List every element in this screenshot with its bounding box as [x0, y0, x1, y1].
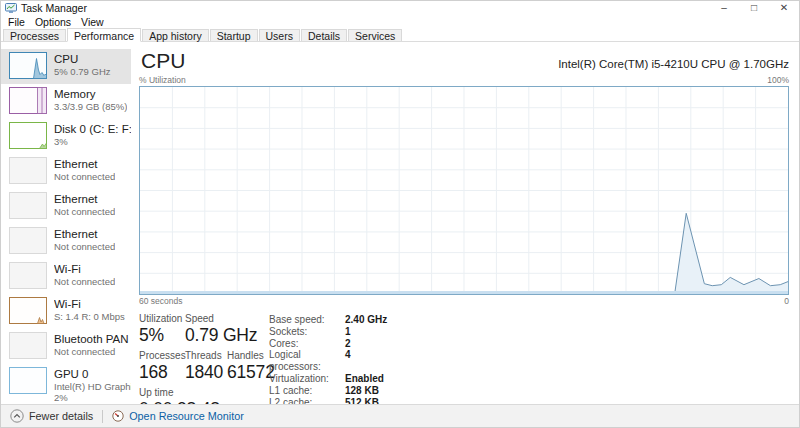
sidebar-item-title: Ethernet	[54, 158, 115, 171]
window-controls: – □ ✕	[709, 1, 799, 15]
y-axis-label: % Utilization	[139, 75, 186, 85]
x-axis-right-label: 0	[784, 296, 789, 306]
stat-label-handles: Handles	[227, 350, 264, 361]
sidebar-item-text: CPU5% 0.79 GHz	[54, 52, 111, 77]
sidebar-item-subtitle: Intel(R) HD Graphics Family	[54, 381, 131, 392]
sidebar: CPU5% 0.79 GHzMemory3.3/3.9 GB (85%)Disk…	[1, 42, 131, 404]
sidebar-item-text: Wi-FiS: 1.4 R: 0 Mbps	[54, 297, 125, 322]
chart-top-axis: % Utilization 100%	[139, 75, 789, 85]
detail-row: Base speed:2.40 GHz	[269, 314, 387, 326]
statusbar-separator	[102, 410, 103, 423]
sidebar-item-text: Bluetooth PANNot connected	[54, 332, 129, 357]
menu-file[interactable]: File	[3, 16, 30, 28]
fewer-details-button[interactable]: Fewer details	[10, 409, 93, 423]
memory-thumbnail-icon	[9, 87, 47, 114]
sidebar-item-subtitle: Not connected	[54, 241, 115, 252]
sidebar-item-text: EthernetNot connected	[54, 192, 115, 217]
sidebar-item-title: CPU	[54, 53, 111, 66]
sidebar-item-text: GPU 0Intel(R) HD Graphics Family2%	[54, 367, 131, 403]
detail-value-logical-processors: 4	[345, 349, 351, 373]
content-area: CPU5% 0.79 GHzMemory3.3/3.9 GB (85%)Disk…	[1, 42, 799, 404]
sidebar-item-wifi-2[interactable]: Wi-FiS: 1.4 R: 0 Mbps	[1, 294, 131, 329]
tab-users[interactable]: Users	[259, 29, 300, 41]
sidebar-item-ethernet-1[interactable]: EthernetNot connected	[1, 154, 131, 189]
page-title: CPU	[141, 49, 185, 72]
sidebar-item-ethernet-2[interactable]: EthernetNot connected	[1, 189, 131, 224]
sidebar-item-ethernet-3[interactable]: EthernetNot connected	[1, 224, 131, 259]
tab-details[interactable]: Details	[301, 29, 347, 41]
open-resource-monitor-link[interactable]: Open Resource Monitor	[112, 410, 244, 422]
close-button[interactable]: ✕	[769, 1, 799, 15]
sidebar-item-text: EthernetNot connected	[54, 227, 115, 252]
menu-view[interactable]: View	[76, 16, 109, 28]
tab-app-history[interactable]: App history	[142, 29, 209, 41]
x-axis-left-label: 60 seconds	[139, 296, 182, 306]
menu-bar: FileOptionsView	[1, 15, 799, 28]
sidebar-item-subtitle: 3.3/3.9 GB (85%)	[54, 101, 127, 112]
fewer-details-label: Fewer details	[29, 410, 93, 422]
ethernet-1-thumbnail-icon	[9, 157, 47, 184]
y-axis-max-label: 100%	[767, 75, 789, 85]
ethernet-3-thumbnail-icon	[9, 227, 47, 254]
menu-options[interactable]: Options	[30, 16, 76, 28]
detail-value-cores: 2	[345, 338, 351, 350]
sidebar-item-cpu[interactable]: CPU5% 0.79 GHz	[1, 49, 131, 84]
window-title: Task Manager	[21, 2, 87, 14]
detail-value-sockets: 1	[345, 326, 351, 338]
detail-label-sockets: Sockets:	[269, 326, 345, 338]
minimize-button[interactable]: –	[709, 1, 739, 15]
gpu-0-thumbnail-icon	[9, 367, 47, 394]
sidebar-item-subtitle: Not connected	[54, 276, 115, 287]
sidebar-item-text: Memory3.3/3.9 GB (85%)	[54, 87, 127, 112]
sidebar-item-title: Bluetooth PAN	[54, 333, 129, 346]
sidebar-item-memory[interactable]: Memory3.3/3.9 GB (85%)	[1, 84, 131, 119]
sidebar-item-title: Memory	[54, 88, 127, 101]
detail-value-virtualization: Enabled	[345, 373, 384, 385]
chart-bottom-axis: 60 seconds 0	[139, 296, 789, 306]
sidebar-item-gpu-0[interactable]: GPU 0Intel(R) HD Graphics Family2%	[1, 364, 131, 403]
status-bar: Fewer details Open Resource Monitor	[1, 404, 799, 427]
detail-row: Virtualization:Enabled	[269, 373, 387, 385]
sidebar-item-title: Ethernet	[54, 193, 115, 206]
detail-label-logical-processors: Logical processors:	[269, 349, 345, 373]
detail-row: Cores:2	[269, 338, 387, 350]
detail-label-virtualization: Virtualization:	[269, 373, 345, 385]
stat-label-speed: Speed	[185, 313, 227, 324]
stat-value-threads: 1840	[185, 362, 227, 382]
stat-label-threads: Threads	[185, 350, 227, 361]
tab-services[interactable]: Services	[348, 29, 402, 41]
sidebar-item-subtitle: 5% 0.79 GHz	[54, 66, 111, 77]
disk-0-thumbnail-icon	[9, 122, 47, 149]
tab-startup[interactable]: Startup	[210, 29, 258, 41]
sidebar-item-wifi-1[interactable]: Wi-FiNot connected	[1, 259, 131, 294]
sidebar-item-bluetooth-pan[interactable]: Bluetooth PANNot connected	[1, 329, 131, 364]
sidebar-item-subtitle: Not connected	[54, 346, 129, 357]
wifi-1-thumbnail-icon	[9, 262, 47, 289]
cpu-thumbnail-icon	[9, 52, 47, 79]
maximize-button[interactable]: □	[739, 1, 769, 15]
detail-label-base-speed: Base speed:	[269, 314, 345, 326]
task-manager-app-icon	[5, 2, 17, 14]
tab-performance[interactable]: Performance	[67, 28, 141, 42]
wifi-2-thumbnail-icon	[9, 297, 47, 324]
resource-monitor-icon	[112, 410, 124, 422]
main-panel: CPU Intel(R) Core(TM) i5-4210U CPU @ 1.7…	[131, 42, 799, 404]
task-manager-window: Task Manager – □ ✕ FileOptionsView Proce…	[0, 0, 800, 428]
detail-value-l1-cache: 128 KB	[345, 385, 379, 397]
sidebar-item-subtitle: S: 1.4 R: 0 Mbps	[54, 311, 125, 322]
sidebar-item-subtitle2: 2%	[54, 392, 131, 403]
ethernet-2-thumbnail-icon	[9, 192, 47, 219]
detail-row: Sockets:1	[269, 326, 387, 338]
tab-bar: ProcessesPerformanceApp historyStartupUs…	[1, 28, 799, 42]
tab-processes[interactable]: Processes	[3, 29, 66, 41]
sidebar-item-title: Wi-Fi	[54, 298, 125, 311]
sidebar-item-title: GPU 0	[54, 368, 131, 381]
sidebar-item-subtitle: Not connected	[54, 171, 115, 182]
open-resource-monitor-label: Open Resource Monitor	[129, 410, 244, 422]
sidebar-item-subtitle: 3%	[54, 136, 131, 147]
stat-value-processes: 168	[139, 362, 185, 382]
sidebar-item-subtitle: Not connected	[54, 206, 115, 217]
sidebar-item-disk-0[interactable]: Disk 0 (C: E: F:)3%	[1, 119, 131, 154]
detail-label-cores: Cores:	[269, 338, 345, 350]
sidebar-item-title: Ethernet	[54, 228, 115, 241]
